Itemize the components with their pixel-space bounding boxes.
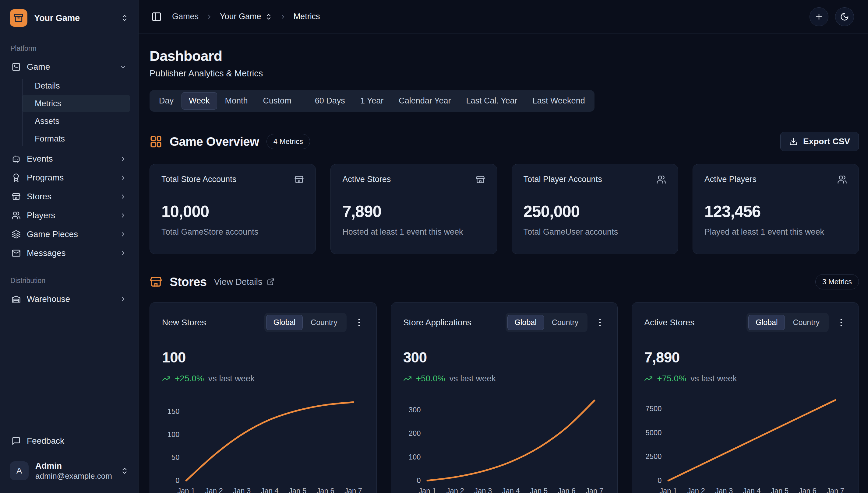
toggle-global[interactable]: Global [266,315,303,330]
chevrons-up-down-icon [265,13,272,20]
chart-card-active-stores: Active Stores GlobalCountry 7,890 +75.0%… [632,302,859,493]
sidebar-subitem-metrics[interactable]: Metrics [22,95,130,112]
sidebar-item-game-pieces[interactable]: Game Pieces [8,225,130,244]
ellipsis-vertical-icon[interactable] [836,317,846,328]
delta-value: +75.0% [657,374,686,383]
export-csv-button[interactable]: Export CSV [780,132,859,151]
chart-card-value: 300 [403,349,605,366]
toggle-global[interactable]: Global [508,315,544,330]
tab-custom[interactable]: Custom [256,92,299,110]
plus-icon [814,12,824,21]
tab-divider [303,95,303,107]
metric-card-active-stores: Active Stores 7,890 Hosted at least 1 ev… [330,164,497,254]
feedback-button[interactable]: Feedback [8,431,130,450]
chevron-right-icon [119,250,127,257]
svg-text:5000: 5000 [646,428,662,437]
sidebar-subitem-formats[interactable]: Formats [22,130,130,148]
scope-toggle: GlobalCountry [264,313,347,332]
toggle-country[interactable]: Country [303,315,345,330]
store-icon [475,175,485,185]
svg-text:150: 150 [167,407,180,415]
delta-value: +25.0% [175,374,204,383]
org-logo [10,9,27,27]
svg-text:Jan 5: Jan 5 [289,487,306,493]
chart-area: 0100200300Jan 1Jan 2Jan 3Jan 4Jan 5Jan 6… [403,391,605,493]
section-label-distribution: Distribution [11,277,130,285]
svg-text:Jan 7: Jan 7 [586,487,603,493]
sidebar-toggle-button[interactable] [151,12,162,22]
sidebar-item-messages[interactable]: Messages [8,244,130,263]
tab-1-year[interactable]: 1 Year [353,92,391,110]
chevron-right-icon [119,212,127,219]
add-button[interactable] [809,7,828,26]
toggle-global[interactable]: Global [748,315,785,330]
tab-week[interactable]: Week [182,92,217,110]
metric-card-value: 123,456 [704,202,847,221]
tab-day[interactable]: Day [152,92,181,110]
page-subtitle: Publisher Analytics & Metrics [149,68,859,79]
time-range-tabs: DayWeekMonthCustom60 Days1 YearCalendar … [149,90,595,112]
content: Dashboard Publisher Analytics & Metrics … [139,34,868,493]
users-icon [12,211,21,220]
chevron-right-icon [119,155,127,163]
tab-last-cal-year[interactable]: Last Cal. Year [459,92,524,110]
moon-icon [840,12,849,21]
stores-section-header: Stores View Details 3 Metrics [149,274,859,290]
tab-month[interactable]: Month [218,92,255,110]
sidebar-subitem-assets[interactable]: Assets [22,112,130,130]
sidebar-item-game[interactable]: Game [8,58,130,77]
sidebar-item-label: Events [27,154,53,164]
sidebar-item-label: Stores [27,192,51,201]
mail-icon [12,249,21,258]
svg-text:200: 200 [408,429,420,437]
sidebar-subitem-details[interactable]: Details [22,77,130,95]
store-icon [149,275,162,288]
chart-area: 050100150Jan 1Jan 2Jan 3Jan 4Jan 5Jan 6J… [162,391,364,493]
metric-card-caption: Played at least 1 event this week [704,227,847,237]
sidebar-item-programs[interactable]: Programs [8,168,130,187]
page-title: Dashboard [149,47,859,64]
breadcrumb-games[interactable]: Games [172,12,199,21]
avatar: A [10,462,29,480]
toggle-country[interactable]: Country [544,315,586,330]
tab-60-days[interactable]: 60 Days [308,92,352,110]
chevron-right-icon [119,231,127,238]
sidebar-item-players[interactable]: Players [8,206,130,225]
sidebar-nav: PlatformGameDetailsMetricsAssetsFormatsE… [8,28,130,308]
sidebar-item-stores[interactable]: Stores [8,187,130,206]
section-label-platform: Platform [11,44,130,52]
users-icon [837,175,847,185]
toggle-country[interactable]: Country [785,315,827,330]
org-switcher[interactable]: Your Game [8,8,130,28]
breadcrumb-game-switcher[interactable]: Your Game [220,12,272,21]
chart-card-delta: +50.0% vs last week [403,374,605,383]
topbar-actions [809,7,854,26]
metric-card-total-store-accounts: Total Store Accounts 10,000 Total GameSt… [149,164,316,254]
ellipsis-vertical-icon[interactable] [595,317,605,328]
chart-card-delta: +75.0% vs last week [644,374,846,383]
user-menu[interactable]: A Admin admin@example.com [8,459,130,483]
svg-text:Jan 6: Jan 6 [316,487,334,493]
tab-last-weekend[interactable]: Last Weekend [525,92,592,110]
metric-card-title: Active Stores [342,175,391,184]
svg-text:Jan 4: Jan 4 [743,487,761,493]
ellipsis-vertical-icon[interactable] [354,317,364,328]
stores-chart-cards: New Stores GlobalCountry 100 +25.0% vs l… [149,302,859,493]
stores-title: Stores [170,275,207,289]
metric-card-caption: Hosted at least 1 event this week [342,227,485,237]
svg-text:0: 0 [417,476,420,485]
theme-toggle-button[interactable] [835,7,854,26]
view-details-link[interactable]: View Details [214,277,275,287]
chart-card-store-applications: Store Applications GlobalCountry 300 +50… [391,302,618,493]
breadcrumb-metrics[interactable]: Metrics [294,12,320,21]
metric-card-title: Total Player Accounts [523,175,602,184]
svg-text:Jan 3: Jan 3 [233,487,251,493]
metric-card-title: Total Store Accounts [161,175,236,184]
sidebar-item-events[interactable]: Events [8,149,130,168]
download-icon [789,137,798,146]
feedback-label: Feedback [27,436,64,446]
overview-title: Game Overview [170,135,259,149]
warehouse-icon [12,295,21,304]
sidebar-item-warehouse[interactable]: Warehouse [8,290,130,308]
tab-calendar-year[interactable]: Calendar Year [391,92,458,110]
